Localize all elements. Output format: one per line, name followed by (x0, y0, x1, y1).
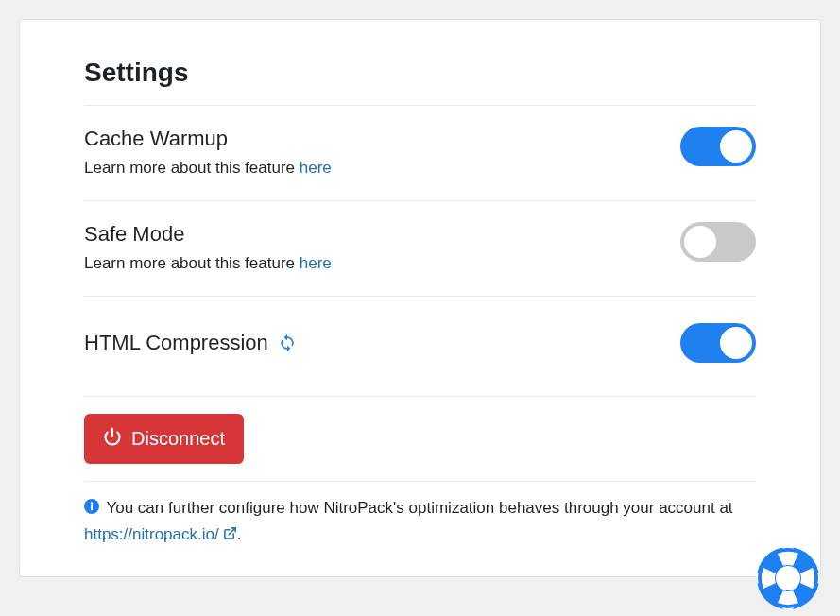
nitropack-link[interactable]: https://nitropack.io/ (84, 525, 237, 543)
info-icon (84, 496, 99, 522)
setting-title-html-compression: HTML Compression (84, 331, 680, 355)
settings-card: Settings Cache Warmup Learn more about t… (19, 19, 821, 577)
external-link-icon (223, 522, 237, 548)
disconnect-section: Disconnect (84, 396, 756, 464)
cache-warmup-toggle[interactable] (680, 127, 756, 166)
svg-point-14 (776, 566, 800, 590)
help-button[interactable] (755, 545, 821, 611)
setting-title-safe-mode: Safe Mode (84, 222, 680, 247)
svg-line-4 (229, 528, 235, 535)
setting-desc-cache-warmup: Learn more about this feature here (84, 159, 680, 178)
setting-safe-mode: Safe Mode Learn more about this feature … (84, 200, 756, 296)
setting-desc-safe-mode: Learn more about this feature here (84, 254, 680, 273)
safe-mode-learn-more-link[interactable]: here (300, 254, 332, 272)
setting-title-cache-warmup: Cache Warmup (84, 127, 680, 151)
refresh-icon[interactable] (278, 334, 297, 352)
disconnect-button[interactable]: Disconnect (84, 414, 244, 464)
setting-cache-warmup: Cache Warmup Learn more about this featu… (84, 105, 756, 200)
safe-mode-toggle[interactable] (680, 222, 756, 262)
cache-warmup-learn-more-link[interactable]: here (300, 159, 332, 177)
page-title: Settings (84, 58, 756, 88)
power-icon (103, 427, 122, 451)
svg-point-2 (91, 502, 93, 504)
setting-html-compression: HTML Compression (84, 296, 756, 396)
info-section: You can further configure how NitroPack'… (84, 481, 756, 548)
svg-rect-3 (91, 505, 93, 511)
html-compression-toggle[interactable] (680, 323, 756, 363)
